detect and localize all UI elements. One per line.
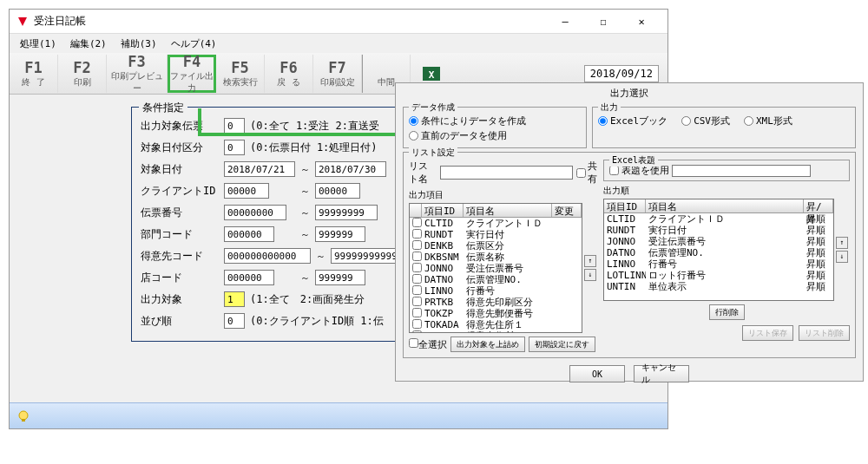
output-slip-input[interactable] [224,118,245,134]
list-save-button[interactable]: リスト保存 [742,325,793,341]
grid-row[interactable]: UNTIN単位表示昇順 [604,281,833,292]
radio-prev-data[interactable]: 直前のデータを使用 [409,129,507,142]
f4-button[interactable]: F4ファイル出力 [168,55,216,93]
shop-to[interactable] [315,270,365,285]
excel-title-group: Excel表題 表題を使用 [603,160,850,181]
menu-aux[interactable]: 補助(3) [114,36,164,52]
f6-button[interactable]: F6戻 る [265,55,313,93]
highlight-line-h [198,133,399,136]
cust-from[interactable] [224,248,311,264]
menu-processing[interactable]: 処理(1) [13,36,63,52]
date-from[interactable] [224,161,295,177]
dept-from[interactable] [224,226,274,242]
svg-rect-4 [22,419,25,422]
ok-button[interactable]: OK [569,365,625,382]
f5-button[interactable]: F5検索実行 [216,55,265,93]
right-down-button[interactable]: ↓ [836,251,848,263]
slip-from[interactable] [224,205,286,220]
radio-by-condition[interactable]: 条件によりデータを作成 [409,114,526,127]
client-to[interactable] [315,183,360,199]
list-name-input[interactable] [440,166,573,180]
app-icon [16,16,29,28]
f3-button[interactable]: F3印刷プレビュー [107,55,168,93]
dialog-title: 出力選択 [396,83,863,103]
menubar: 処理(1) 編集(2) 補助(3) ヘルプ(4) [10,34,667,53]
radio-xml[interactable]: XML形式 [744,114,792,127]
grid-row[interactable]: TOKADB得意先住所２ [410,330,582,332]
close-button[interactable]: ✕ [622,12,661,31]
sort-input[interactable] [224,313,245,329]
share-checkbox[interactable]: 共有 [576,160,598,186]
svg-point-3 [19,411,28,420]
svg-text:X: X [429,69,435,81]
radio-excel[interactable]: Excelブック [598,114,667,127]
radio-csv[interactable]: CSV形式 [681,114,730,127]
f2-button[interactable]: F2印刷 [58,55,107,93]
highlight-line-v [198,108,201,134]
left-down-button[interactable]: ↓ [584,269,596,281]
f1-button[interactable]: F1終 了 [10,55,58,93]
f7-button[interactable]: F7印刷設定 [313,55,362,93]
data-create-group: データ作成 条件によりデータを作成 直前のデータを使用 [403,107,587,148]
list-settings-group: リスト設定 リスト名 共有 出力項目 項目ID 項目名 [403,152,856,358]
slip-to[interactable] [315,205,378,220]
excel-title-input[interactable] [672,165,811,177]
dept-to[interactable] [315,226,365,242]
output-group: 出力 Excelブック CSV形式 XML形式 [592,107,856,148]
statusbar [10,402,667,428]
minimize-button[interactable]: ― [546,12,584,31]
left-up-button[interactable]: ↑ [584,255,596,267]
svg-marker-0 [18,17,27,26]
output-items-grid[interactable]: 項目ID 項目名 変更 CLTIDクライアントＩＤRUNDT実行日付DENKB伝… [409,203,582,333]
list-delete-button[interactable]: リスト削除 [799,325,850,341]
client-from[interactable] [224,183,269,199]
select-all-checkbox[interactable]: 全選択 [409,338,447,351]
pack-up-button[interactable]: 出力対象を上詰め [450,337,525,352]
window-title: 受注日記帳 [34,14,546,29]
menu-help[interactable]: ヘルプ(4) [164,36,224,52]
reset-default-button[interactable]: 初期設定に戻す [529,337,595,352]
date-kbn-input[interactable] [224,140,245,155]
row-delete-button[interactable]: 行削除 [709,304,745,320]
right-up-button[interactable]: ↑ [836,237,848,249]
maximize-button[interactable]: ☐ [584,12,622,31]
conditions-legend: 条件指定 [139,101,187,115]
titlebar: 受注日記帳 ― ☐ ✕ [10,10,667,34]
header-date: 2018/09/12 [584,65,659,82]
shop-from[interactable] [224,270,274,285]
menu-edit[interactable]: 編集(2) [63,36,114,52]
date-to[interactable] [315,161,386,177]
cancel-button[interactable]: キャンセル [634,365,689,382]
output-order-grid[interactable]: 項目ID 項目名 昇/降 CLTIDクライアントＩＤ昇順RUNDT実行日付昇順J… [603,199,834,301]
output-target-input[interactable] [224,291,245,307]
output-dialog: 出力選択 データ作成 条件によりデータを作成 直前のデータを使用 出力 Exce… [395,82,864,382]
bulb-icon [16,409,30,423]
